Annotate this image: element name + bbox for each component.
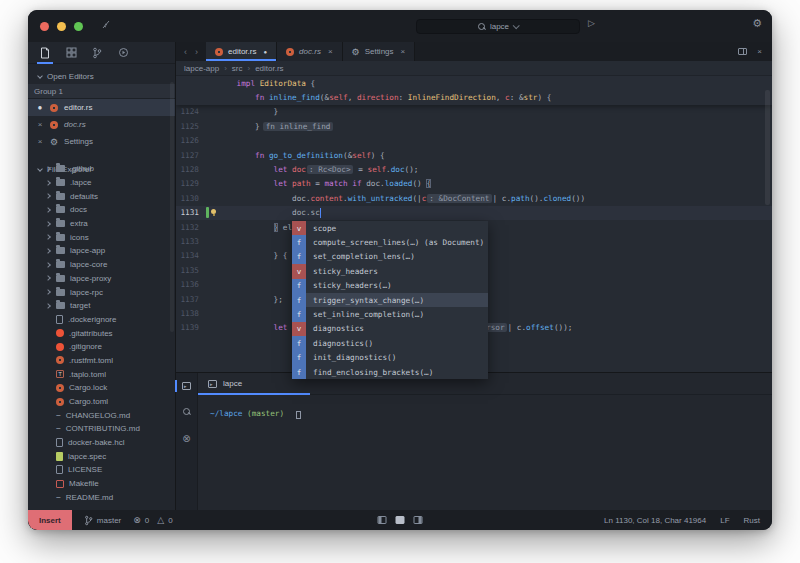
code-token [218,165,274,174]
explorer-folder[interactable]: lapce-core [28,258,175,272]
close-window-button[interactable] [40,22,49,31]
explorer-folder[interactable]: .github [28,162,175,176]
explorer-folder[interactable]: lapce-proxy [28,272,175,286]
completion-item[interactable]: ffind_enclosing_brackets(…) [292,365,488,379]
problems-panel-icon[interactable]: ⊗ [180,431,194,445]
toggle-left-panel-icon[interactable] [378,516,387,524]
editor-scrollbar[interactable] [765,90,770,205]
tab-Settings[interactable]: ⚙Settings× [343,42,416,61]
tab-scroll-left-button[interactable]: ‹ [184,47,187,57]
completion-item[interactable]: finit_diagnostics() [292,351,488,365]
explorer-file[interactable]: .rustfmt.toml [28,354,175,368]
close-icon[interactable]: × [36,137,44,146]
diagnostics-item[interactable]: ⊗ 0 △ 0 [133,515,172,525]
open-editors-header[interactable]: Open Editors [28,68,175,84]
code-line[interactable]: 1127 fn go_to_definition(&self) { [176,148,772,162]
completion-item[interactable]: vsticky_headers [292,264,488,278]
explorer-file[interactable]: Cargo.toml [28,395,175,409]
toggle-right-panel-icon[interactable] [414,516,423,524]
open-editor-label: doc.rs [64,120,86,129]
explorer-file[interactable]: LICENSE [28,463,175,477]
code-line[interactable]: 1125 }fn inline_find [176,119,772,133]
folder-icon [56,302,65,309]
code-line[interactable]: 1131 doc.sc [176,206,772,220]
explorer-folder[interactable]: extra [28,217,175,231]
breadcrumb-segment[interactable]: lapce-app [184,64,219,73]
git-branch-item[interactable]: master [84,515,121,526]
search-panel-icon[interactable] [180,405,194,419]
explorer-file[interactable]: Cargo.lock [28,381,175,395]
completion-item[interactable]: fset_inline_completion(…) [292,307,488,321]
open-editor-item[interactable]: ×⚙Settings [28,133,175,150]
close-editor-icon[interactable]: × [757,47,762,56]
code-line[interactable]: 1130 doc.content.with_untracked(|c: &Doc… [176,191,772,205]
explorer-folder[interactable]: icons [28,230,175,244]
sidebar-scrollbar[interactable] [170,82,174,332]
editor-group-header[interactable]: Group 1 [28,84,175,99]
code-token: | c. [508,323,527,332]
settings-gear-icon[interactable]: ⚙ [752,17,762,30]
language-mode[interactable]: Rust [744,516,760,525]
explorer-folder[interactable]: lapce-app [28,244,175,258]
explorer-file[interactable]: lapce.spec [28,449,175,463]
breadcrumb-segment[interactable]: editor.rs [255,64,283,73]
inlay-hint: : Rc<Doc> [307,165,353,174]
completion-item[interactable]: fsticky_headers(…) [292,279,488,293]
open-editor-item[interactable]: ●editor.rs [28,99,175,116]
close-icon[interactable]: × [36,120,44,129]
line-ending[interactable]: LF [720,516,729,525]
tab-scroll-right-button[interactable]: › [195,47,198,57]
completion-item[interactable]: fset_completion_lens(…) [292,250,488,264]
completion-item[interactable]: fcompute_screen_lines(…) (as Document) [292,235,488,249]
plugins-icon[interactable] [64,45,78,61]
completion-label: scope [306,221,336,235]
code-line[interactable]: 1124 } [176,105,772,119]
source-control-icon[interactable] [90,45,104,61]
explorer-folder[interactable]: defaults [28,189,175,203]
tab-editor-rs[interactable]: editor.rs● [206,42,277,61]
split-editor-icon[interactable] [738,48,747,55]
tab-doc-rs[interactable]: doc.rs× [277,42,342,61]
command-palette[interactable]: lapce [416,19,580,34]
open-editor-label: editor.rs [64,103,92,112]
zoom-window-button[interactable] [74,22,83,31]
breadcrumb-segment[interactable]: src [232,64,243,73]
explorer-file[interactable]: docker-bake.hcl [28,436,175,450]
completion-item[interactable]: fdiagnostics() [292,336,488,350]
explorer-folder[interactable]: lapce-rpc [28,285,175,299]
cursor-position[interactable]: Ln 1130, Col 18, Char 41964 [604,516,706,525]
terminal-content[interactable]: ~/lapce (master) [198,395,772,418]
debug-icon[interactable] [116,45,130,61]
explorer-folder[interactable]: docs [28,203,175,217]
code-line[interactable]: 1129 let path = match if doc.loaded() { [176,177,772,191]
minimize-window-button[interactable] [57,22,66,31]
code-line[interactable]: 1126 [176,134,772,148]
search-icon [478,23,486,31]
toggle-bottom-panel-icon[interactable] [396,516,405,524]
variable-kind-icon: v [292,322,306,336]
code-line[interactable]: 1128 let doc: Rc<Doc> = self.doc(); [176,162,772,176]
explorer-file[interactable]: .gitattributes [28,326,175,340]
explorer-file[interactable]: Makefile [28,477,175,491]
open-editor-item[interactable]: ×doc.rs [28,116,175,133]
explorer-file[interactable]: ~README.md [28,491,175,505]
explorer-file[interactable]: T.taplo.toml [28,367,175,381]
file-explorer-icon[interactable] [38,45,52,61]
explorer-folder[interactable]: target [28,299,175,313]
completion-item[interactable]: ftrigger_syntax_change(…) [292,293,488,307]
lightbulb-icon[interactable] [211,209,216,214]
chevron-down-icon [37,73,43,79]
explorer-file[interactable]: .dockerignore [28,313,175,327]
explorer-file[interactable]: ~CHANGELOG.md [28,408,175,422]
completion-item[interactable]: vscope [292,221,488,235]
run-button[interactable]: ▷ [588,18,595,28]
close-tab-icon[interactable]: × [401,47,406,56]
explorer-file[interactable]: ~CONTRIBUTING.md [28,422,175,436]
close-tab-icon[interactable]: × [328,47,333,56]
completion-item[interactable]: vdiagnostics [292,322,488,336]
explorer-file[interactable]: .gitignore [28,340,175,354]
code-token: cloned [543,194,571,203]
explorer-folder[interactable]: .lapce [28,176,175,190]
terminal-panel-icon[interactable]: ▸ [180,379,194,393]
folder-icon [56,275,65,282]
